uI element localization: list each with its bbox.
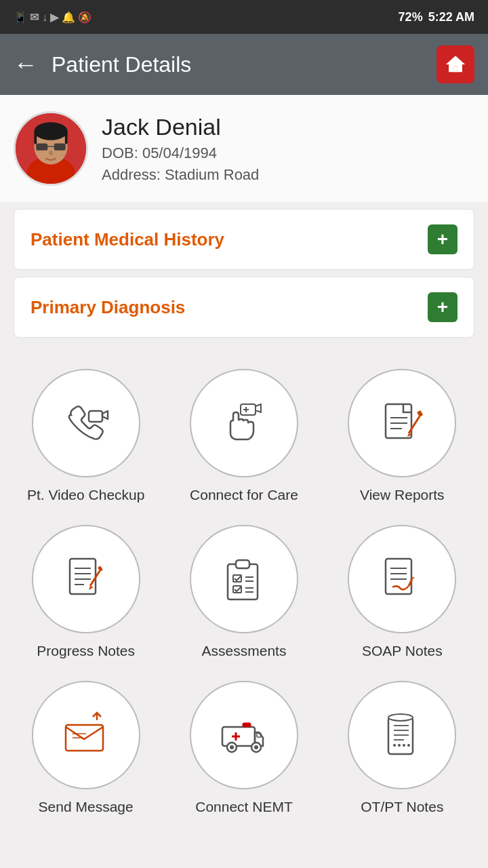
assessments-circle xyxy=(190,525,298,633)
send-message-circle xyxy=(32,681,140,789)
send-message-label: Send Message xyxy=(39,799,134,815)
svg-rect-25 xyxy=(70,559,96,594)
svg-point-68 xyxy=(403,744,405,747)
plus-icon-2: + xyxy=(437,296,448,318)
svg-point-55 xyxy=(254,745,258,749)
nemt-icon xyxy=(217,708,271,762)
status-icons: 📱 ✉ ↓ ▶ 🔔 🔕 xyxy=(14,11,399,24)
progress-notes-icon xyxy=(59,552,113,606)
page-title: Patient Details xyxy=(52,52,436,77)
add-medical-history-button[interactable]: + xyxy=(428,224,458,254)
add-diagnosis-button[interactable]: + xyxy=(428,292,458,322)
status-bar: 📱 ✉ ↓ ▶ 🔔 🔕 72% 5:22 AM xyxy=(0,0,488,34)
svg-rect-47 xyxy=(66,725,103,751)
reports-icon xyxy=(375,396,429,450)
svg-rect-9 xyxy=(54,143,66,150)
view-reports-circle xyxy=(348,369,456,477)
message-icon xyxy=(59,708,113,762)
svg-point-69 xyxy=(407,744,410,747)
view-reports-label: View Reports xyxy=(360,487,445,503)
connect-care-circle xyxy=(190,369,298,477)
svg-rect-18 xyxy=(386,404,411,438)
svg-rect-24 xyxy=(417,410,423,417)
svg-line-22 xyxy=(409,416,420,433)
home-button[interactable] xyxy=(436,45,474,83)
svg-point-66 xyxy=(393,744,396,747)
patient-info: Jack Denial DOB: 05/04/1994 Address: Sta… xyxy=(0,95,488,202)
plus-icon: + xyxy=(437,229,448,250)
svg-point-11 xyxy=(49,151,53,156)
video-checkup-circle xyxy=(32,369,140,477)
svg-point-53 xyxy=(230,745,234,749)
send-message-item[interactable]: Send Message xyxy=(7,670,165,826)
svg-rect-6 xyxy=(34,131,37,144)
medical-history-card[interactable]: Patient Medical History + xyxy=(14,209,474,270)
progress-notes-circle xyxy=(32,525,140,633)
connect-nemt-item[interactable]: Connect NEMT xyxy=(165,670,323,826)
otpt-notes-item[interactable]: OT/PT Notes xyxy=(323,670,481,826)
medical-history-title: Patient Medical History xyxy=(30,229,224,250)
svg-rect-12 xyxy=(89,411,102,422)
primary-diagnosis-title: Primary Diagnosis xyxy=(30,297,185,318)
svg-point-5 xyxy=(34,122,67,140)
svg-rect-59 xyxy=(243,723,251,727)
notification-icons: 📱 ✉ ↓ ▶ 🔔 🔕 xyxy=(14,11,92,24)
battery-text: 72% xyxy=(399,10,423,24)
svg-point-67 xyxy=(398,744,401,747)
svg-rect-34 xyxy=(236,560,249,568)
svg-rect-60 xyxy=(388,717,413,754)
time-text: 5:22 AM xyxy=(428,10,474,24)
svg-marker-31 xyxy=(89,586,94,590)
connect-nemt-circle xyxy=(190,681,298,789)
actions-grid: Pt. Video Checkup Connect for Care xyxy=(0,344,488,840)
soap-notes-icon xyxy=(375,552,429,606)
view-reports-item[interactable]: View Reports xyxy=(323,358,481,514)
svg-rect-32 xyxy=(98,566,103,572)
progress-notes-item[interactable]: Progress Notes xyxy=(7,514,165,670)
connect-care-icon xyxy=(217,396,271,450)
svg-rect-41 xyxy=(386,559,411,594)
soap-notes-label: SOAP Notes xyxy=(362,643,443,659)
header: ← Patient Details xyxy=(0,34,488,95)
avatar-image xyxy=(16,111,86,186)
back-button[interactable]: ← xyxy=(14,50,38,79)
avatar xyxy=(14,111,88,186)
otpt-notes-label: OT/PT Notes xyxy=(361,799,443,815)
connect-care-item[interactable]: Connect for Care xyxy=(165,358,323,514)
otpt-notes-circle xyxy=(348,681,456,789)
video-checkup-item[interactable]: Pt. Video Checkup xyxy=(7,358,165,514)
svg-rect-0 xyxy=(453,66,458,73)
svg-marker-15 xyxy=(256,404,261,412)
status-right: 72% 5:22 AM xyxy=(399,10,474,24)
assessments-item[interactable]: Assessments xyxy=(165,514,323,670)
otpt-icon xyxy=(375,708,429,762)
soap-notes-item[interactable]: SOAP Notes xyxy=(323,514,481,670)
patient-details: Jack Denial DOB: 05/04/1994 Address: Sta… xyxy=(102,114,259,184)
assessments-label: Assessments xyxy=(202,643,287,659)
patient-name: Jack Denial xyxy=(102,114,259,140)
home-icon xyxy=(444,53,467,76)
patient-dob: DOB: 05/04/1994 xyxy=(102,144,259,162)
svg-rect-7 xyxy=(65,131,68,144)
video-icon xyxy=(59,396,113,450)
patient-address: Address: Stadium Road xyxy=(102,166,259,184)
svg-rect-8 xyxy=(36,143,47,150)
svg-point-61 xyxy=(388,714,413,721)
soap-notes-circle xyxy=(348,525,456,633)
assessments-icon xyxy=(217,552,271,606)
connect-nemt-label: Connect NEMT xyxy=(195,799,293,815)
primary-diagnosis-card[interactable]: Primary Diagnosis + xyxy=(14,277,474,338)
progress-notes-label: Progress Notes xyxy=(37,643,135,659)
connect-care-label: Connect for Care xyxy=(190,487,298,503)
video-checkup-label: Pt. Video Checkup xyxy=(27,487,145,503)
